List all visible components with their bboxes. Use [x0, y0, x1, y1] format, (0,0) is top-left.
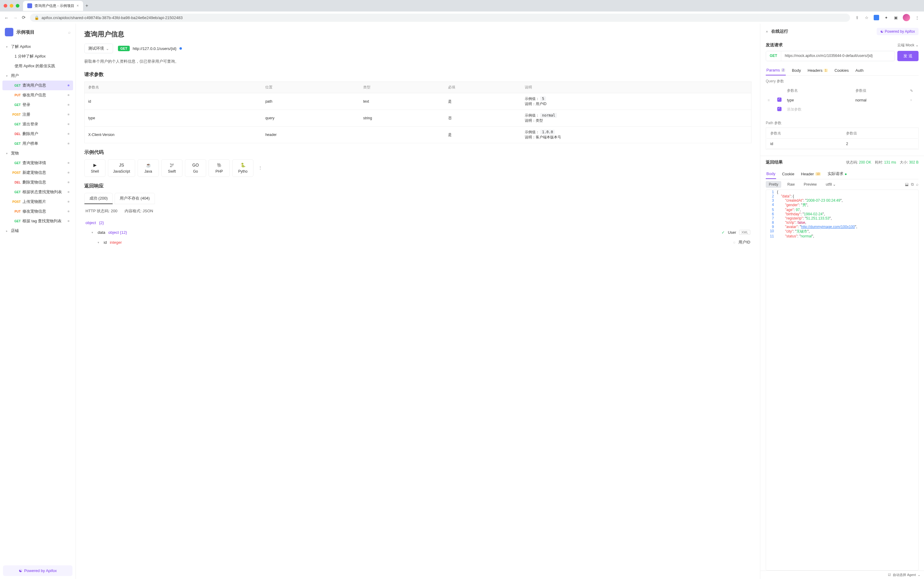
code-lang-tab[interactable]: 🐍Pytho	[232, 159, 253, 177]
environment-select[interactable]: 测试环境 ⌄	[84, 44, 113, 53]
api-item[interactable]: PUT修改宠物信息	[2, 206, 73, 216]
download-icon[interactable]: ⬓	[905, 182, 909, 187]
result-tab[interactable]: Header 10	[800, 168, 822, 179]
body-tool-icons: ⬓ ⧉ ⌕	[905, 182, 919, 187]
query-row[interactable]: 添加参数	[766, 105, 918, 114]
doc-item[interactable]: 1 分钟了解 Apifox	[2, 51, 73, 61]
address-bar[interactable]: 🔒 apifox.cn/apidoc/shared-c49874fa-387b-…	[30, 14, 850, 22]
code-lang-tab[interactable]: 🐘PHP	[208, 159, 230, 177]
response-tab[interactable]: 成功 (200)	[84, 193, 113, 204]
result-tabs: BodyCookieHeader 10实际请求 ●	[766, 168, 919, 179]
api-item[interactable]: DEL删除宠物信息	[2, 177, 73, 187]
query-row[interactable]: ≡typenormal×	[766, 96, 918, 105]
bookmark-icon[interactable]: ☆	[864, 15, 870, 20]
code-lang-tab[interactable]: ☕Java	[138, 159, 159, 177]
project-title: 示例项目	[16, 29, 65, 35]
api-item[interactable]: GET退出登录	[2, 119, 73, 129]
chevron-icon: ▸	[6, 229, 9, 232]
code-lang-tab[interactable]: ▶Shell	[84, 159, 105, 177]
api-item[interactable]: GET查询用户信息	[2, 80, 73, 90]
params-header: 请求参数	[84, 72, 752, 78]
encoding-select[interactable]: utf8 ⌄	[823, 181, 839, 188]
more-icon[interactable]: ⋮	[256, 159, 265, 177]
code-lang-tab[interactable]: 🕊Swift	[161, 159, 182, 177]
sidepanel-icon[interactable]: ▣	[893, 15, 899, 20]
doc-item[interactable]: 使用 Apifox 的最佳实践	[2, 61, 73, 71]
profile-avatar[interactable]	[903, 14, 910, 21]
tree-group[interactable]: ▾宠物	[2, 148, 73, 158]
share-icon[interactable]: ⇧	[854, 15, 860, 20]
search-icon[interactable]: ⌕	[68, 30, 71, 34]
browser-tab[interactable]: 查询用户信息 - 示例项目 ×	[23, 1, 83, 11]
raw-button[interactable]: Raw	[784, 181, 798, 188]
json-line: 10 "city": "无锡市",	[766, 229, 918, 234]
json-line: 8 "isVip": false,	[766, 221, 918, 225]
code-lang-tab[interactable]: JSJavaScript	[108, 159, 135, 177]
api-item[interactable]: POST注册	[2, 110, 73, 119]
edit-icon[interactable]: ✎	[910, 89, 913, 93]
api-item[interactable]: GET根据 tag 查找宠物列表	[2, 216, 73, 226]
tree-group[interactable]: ▾用户	[2, 71, 73, 80]
result-tab[interactable]: Cookie	[781, 168, 795, 179]
minimize-window-button[interactable]	[10, 4, 13, 8]
api-item[interactable]: POST上传宠物图片	[2, 197, 73, 206]
close-window-button[interactable]	[3, 4, 7, 8]
api-item[interactable]: DEL删除用户	[2, 129, 73, 139]
delete-icon[interactable]: ×	[910, 98, 912, 102]
checkbox[interactable]	[777, 107, 781, 111]
api-item[interactable]: GET登录	[2, 100, 73, 110]
request-tabs: Params 2BodyHeaders 1CookiesAuth	[766, 65, 919, 76]
api-item[interactable]: PUT修改用户信息	[2, 90, 73, 100]
puzzle-icon[interactable]: ✦	[883, 15, 889, 20]
mock-select[interactable]: 云端 Mock ⌄	[897, 43, 919, 48]
api-item[interactable]: GET根据状态查找宠物列表	[2, 187, 73, 197]
api-item[interactable]: GET用户榜单	[2, 139, 73, 148]
request-url[interactable]: https://mock.apifox.cn/m1/1035644-0-defa…	[781, 51, 895, 61]
menu-icon[interactable]: ⋮	[914, 15, 920, 20]
api-item[interactable]: POST新建宠物信息	[2, 168, 73, 177]
query-param-section: Query 参数 参数名 参数值 ✎ ≡typenormal×添加参数	[766, 76, 919, 118]
close-runner-icon[interactable]: ×	[766, 29, 768, 34]
send-button[interactable]: 发 送	[897, 51, 919, 61]
request-tab[interactable]: Params 2	[766, 65, 786, 75]
drag-handle-icon[interactable]: ≡	[768, 98, 770, 102]
sidebar-footer[interactable]: ☯ Powered by Apifox	[3, 565, 72, 576]
close-tab-icon[interactable]: ×	[77, 3, 79, 8]
lang-icon: ☕	[143, 163, 154, 168]
schema-row[interactable]: object {2}	[84, 218, 752, 227]
chevron-down-icon[interactable]: ⌄	[917, 573, 921, 577]
copy-icon[interactable]: ⧉	[911, 182, 914, 187]
reload-icon[interactable]: ⟳	[22, 15, 26, 20]
request-method[interactable]: GET	[766, 51, 781, 61]
request-tab[interactable]: Body	[791, 65, 801, 75]
maximize-window-button[interactable]	[16, 4, 20, 8]
request-tab[interactable]: Headers 1	[807, 65, 829, 75]
forward-icon[interactable]: →	[13, 15, 18, 20]
extension-icon[interactable]	[874, 15, 879, 20]
result-meta: 状态码: 200 OK 耗时: 131 ms 大小: 302 B	[846, 160, 919, 165]
tree-group[interactable]: ▾了解 Apifox	[2, 42, 73, 51]
pretty-button[interactable]: Pretty	[766, 181, 781, 188]
new-tab-button[interactable]: +	[85, 3, 88, 8]
col-type: 类型	[359, 82, 445, 93]
agent-label[interactable]: 自动选择 Agent	[893, 572, 916, 577]
result-tab[interactable]: Body	[766, 168, 776, 179]
project-icon	[5, 28, 13, 36]
tree-group[interactable]: ▸店铺	[2, 226, 73, 236]
api-item[interactable]: GET查询宠物详情	[2, 158, 73, 168]
search-body-icon[interactable]: ⌕	[916, 182, 919, 187]
schema-row[interactable]: ▾id integer○ 用户ID	[84, 237, 752, 247]
back-icon[interactable]: ←	[4, 15, 9, 20]
response-tab[interactable]: 用户不存在 (404)	[115, 193, 155, 204]
request-tab[interactable]: Auth	[855, 65, 864, 75]
result-tab[interactable]: 实际请求 ●	[827, 168, 848, 179]
json-viewer[interactable]: 1{2 "data": {3 "createdAt": "2008-07-23 …	[766, 190, 919, 571]
param-row: idpathtext是示例值： 5说明：用户ID	[85, 93, 752, 110]
powered-badge[interactable]: ☯ Powered by Apifox	[877, 28, 919, 35]
request-tab[interactable]: Cookies	[834, 65, 849, 75]
schema-row[interactable]: ▾data object {12}✓ UserXML	[84, 227, 752, 237]
preview-button[interactable]: Preview	[801, 181, 820, 188]
code-lang-tab[interactable]: GOGo	[185, 159, 206, 177]
checkbox[interactable]	[777, 98, 781, 102]
path-row[interactable]: id2	[766, 139, 917, 149]
